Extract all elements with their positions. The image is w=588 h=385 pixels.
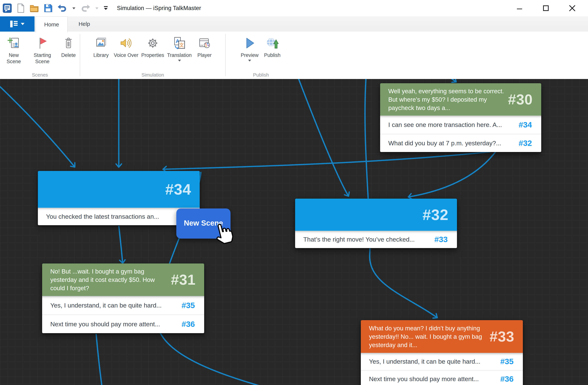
scene-number: #34 (165, 181, 191, 198)
scene-phrase: No! But ...wait. I bought a gym bag yest… (50, 267, 169, 292)
connection-line (0, 85, 75, 167)
scene-card-34[interactable]: #34 You checked the latest transactions … (38, 171, 200, 225)
scene-card-31[interactable]: No! But ...wait. I bought a gym bag yest… (42, 264, 204, 333)
reply-row[interactable]: Yes, I understand, it can be quite hard.… (42, 296, 204, 315)
library-ribbon-button[interactable]: Library (90, 35, 112, 58)
group-separator (225, 34, 226, 76)
voice-over-ribbon-button[interactable]: Voice Over (112, 35, 140, 58)
maximize-button[interactable] (541, 3, 551, 13)
library-icon (95, 36, 107, 49)
translation-ribbon-button[interactable]: A文 Translation (166, 35, 193, 62)
scene-canvas[interactable]: Well yeah, everything seems to be correc… (0, 79, 588, 385)
window-controls (514, 3, 588, 13)
scene-phrase: What do you mean? I didn’t buy anything … (369, 324, 488, 349)
title-bar: Simulation — iSpring TalkMaster (0, 0, 588, 16)
reply-row[interactable]: You checked the latest transactions an..… (38, 208, 200, 225)
scene-list-icon (10, 20, 18, 28)
open-folder-icon[interactable] (30, 4, 39, 12)
tab-home[interactable]: Home (36, 16, 67, 32)
reply-row[interactable]: I can see one more transaction here. A..… (380, 115, 541, 134)
ribbon: New Scene Starting Scene Delete Scenes (0, 32, 588, 79)
starting-scene-icon (36, 36, 49, 49)
connection-line (450, 79, 456, 82)
connection-line (119, 226, 123, 263)
group-label-scenes: Scenes (0, 72, 80, 78)
voice-over-icon (120, 36, 132, 49)
tab-help[interactable]: Help (70, 16, 99, 32)
scene-card-33[interactable]: What do you mean? I didn’t buy anything … (361, 320, 523, 385)
new-scene-ribbon-button[interactable]: New Scene (0, 35, 27, 65)
scene-card-30[interactable]: Well yeah, everything seems to be correc… (380, 83, 541, 152)
reply-row[interactable]: Yes, I understand, it can be quite hard.… (361, 353, 523, 370)
undo-icon[interactable] (58, 4, 67, 12)
preview-ribbon-button[interactable]: Preview (238, 35, 261, 62)
svg-text:文: 文 (179, 42, 184, 48)
reply-row[interactable]: What did you buy at 7 p.m. yesterday?...… (380, 134, 541, 152)
quick-access-toolbar (0, 3, 108, 13)
app-menu-button[interactable] (0, 16, 35, 32)
translation-icon: A文 (173, 36, 186, 49)
scene-number: #33 (490, 328, 514, 345)
redo-icon (81, 4, 90, 12)
group-label-simulation: Simulation (80, 72, 225, 78)
connection-line (298, 79, 349, 196)
translation-dropdown-icon (178, 59, 181, 62)
app-icon (3, 3, 12, 13)
ribbon-tab-strip: Home Help (0, 16, 588, 32)
player-ribbon-button[interactable]: Player (193, 35, 216, 58)
undo-dropdown-icon[interactable] (72, 7, 76, 9)
new-scene-icon (7, 36, 20, 49)
save-icon[interactable] (44, 4, 53, 13)
preview-icon (243, 36, 256, 49)
properties-icon (147, 36, 159, 49)
ribbon-group-scenes: New Scene Starting Scene Delete Scenes (0, 32, 80, 79)
hand-cursor-icon (214, 222, 233, 245)
properties-ribbon-button[interactable]: Properties (140, 35, 166, 58)
connection-line (96, 334, 102, 385)
close-button[interactable] (567, 3, 577, 13)
window-title: Simulation — iSpring TalkMaster (117, 5, 201, 12)
scene-phrase: Well yeah, everything seems to be correc… (388, 87, 507, 112)
minimize-button[interactable] (514, 3, 525, 13)
scene-card-32[interactable]: #32 That’s the right move! You’ve checke… (295, 199, 457, 248)
connection-line (408, 152, 496, 197)
preview-dropdown-icon (248, 59, 251, 62)
app-window: Simulation — iSpring TalkMaster Home Hel… (0, 0, 588, 385)
chevron-down-icon (21, 23, 25, 25)
publish-ribbon-button[interactable]: Publish (261, 35, 284, 58)
scene-number: #32 (422, 206, 448, 224)
publish-icon (266, 36, 279, 49)
player-icon (198, 36, 211, 49)
scene-number: #31 (171, 271, 196, 288)
reply-row[interactable]: Next time you should pay more attent... … (361, 370, 523, 385)
connection-line (163, 152, 490, 169)
customize-toolbar-icon[interactable] (104, 5, 108, 11)
delete-icon (62, 36, 75, 49)
reply-row[interactable]: Next time you should pay more attent... … (42, 315, 204, 333)
ribbon-group-publish: Preview Publish Publish (228, 32, 294, 79)
scene-number: #30 (508, 91, 533, 108)
new-document-icon[interactable] (17, 3, 25, 13)
starting-scene-ribbon-button[interactable]: Starting Scene (27, 35, 57, 65)
redo-dropdown-icon (95, 7, 99, 9)
reply-row[interactable]: That’s the right move! You’ve checked...… (295, 231, 457, 248)
group-label-publish: Publish (228, 72, 294, 78)
delete-ribbon-button[interactable]: Delete (57, 35, 80, 58)
ribbon-group-simulation: Library Voice Over Properties A文 (80, 32, 225, 79)
